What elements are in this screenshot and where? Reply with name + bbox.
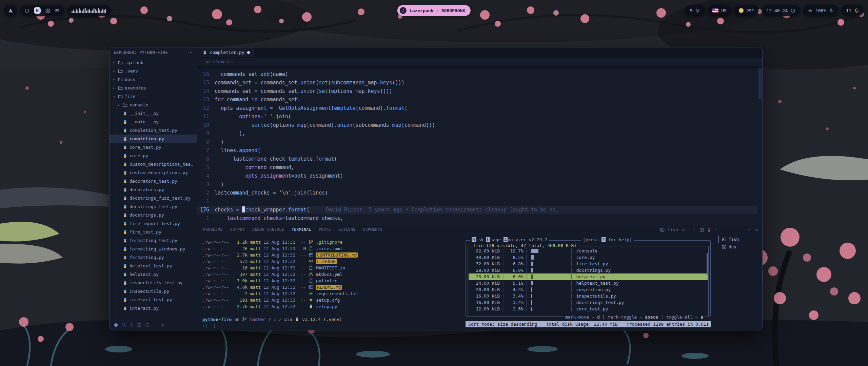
tree-item-fire_test.py[interactable]: fire_test.py: [110, 228, 197, 236]
tree-item-helptext.py[interactable]: helptext.py: [110, 270, 197, 279]
notifications-widget[interactable]: 11: [842, 5, 864, 16]
dua-row-docstrings.py[interactable]: 28.00 KiB│6.0%││docstrings.py: [469, 267, 708, 273]
tree-item-decorators.py[interactable]: decorators.py: [110, 185, 197, 194]
code-line-17[interactable]: 17 """: [197, 66, 757, 70]
media-widget[interactable]: ♪ Lazerpunk - ROBOPHONK: [397, 5, 471, 16]
tab-completion-py[interactable]: completion.py: [197, 47, 256, 57]
dua-row-helptext_test.py[interactable]: 24.00 KiB│5.1%││helptext_test.py: [469, 280, 708, 286]
tree-item-custom_descriptions_test.py[interactable]: custom_descriptions_test.py: [110, 160, 197, 168]
code-line-12[interactable]: 12 opts_assignment = _GetOptsAssignmentT…: [197, 104, 757, 113]
editor-scrollbar[interactable]: [758, 67, 762, 99]
code-line-1[interactable]: 1 lastcommand_checks=lastcommand_checks,: [197, 214, 757, 223]
maximize-panel-button[interactable]: [747, 228, 751, 232]
dua-row-/console[interactable]: 92.00 KiB│19.7%││/console: [469, 248, 708, 254]
close-panel-button[interactable]: [754, 228, 759, 232]
tree-item-.github[interactable]: ▸.github: [110, 58, 197, 67]
terminal-list-item-fish[interactable]: fish: [718, 236, 760, 243]
tree-item-custom_descriptions.py[interactable]: custom_descriptions.py: [110, 168, 197, 177]
code-line-10[interactable]: 10 sorted(options_map[command].union(sub…: [197, 121, 757, 129]
dua-pane[interactable]: Disk Usage Analyzer v2.29.2 (press ? for…: [466, 234, 713, 330]
dua-row-completion.py[interactable]: 20.00 KiB│4.3%││completion.py: [469, 286, 708, 293]
tree-item-formatting_test.py[interactable]: formatting_test.py: [110, 236, 197, 245]
tree-item-core_test.py[interactable]: core_test.py: [110, 143, 197, 151]
audio-widget[interactable]: 100%: [803, 5, 838, 16]
dua-row-helptext.py[interactable]: 28.00 KiB│6.0%││helptext.py: [469, 273, 708, 280]
panel-tab-problems[interactable]: PROBLEMS: [203, 225, 223, 234]
tree-item-fire[interactable]: ▾fire: [110, 92, 197, 101]
tree-item-docstrings_test.py[interactable]: docstrings_test.py: [110, 202, 197, 211]
tree-item-interact_test.py[interactable]: interact_test.py: [110, 296, 197, 304]
tree-item-completion.py[interactable]: completion.py: [110, 135, 197, 143]
kill-terminal-button[interactable]: [707, 228, 711, 232]
dua-row-fire_test.py[interactable]: 32.00 KiB│6.8%││fire_test.py: [469, 261, 708, 267]
code-line-13[interactable]: 13for command in commands_set:: [197, 96, 757, 104]
workspace-apps-icon[interactable]: [45, 8, 50, 13]
system-graph-widget[interactable]: [67, 5, 111, 16]
tree-item-console[interactable]: ▸console: [110, 101, 197, 109]
tree-item-completion_test.py[interactable]: completion_test.py: [110, 126, 197, 135]
gear-icon[interactable]: [160, 323, 165, 327]
sync-icon[interactable]: [145, 323, 150, 327]
chevron-down-icon[interactable]: [681, 228, 686, 232]
launcher-button[interactable]: [4, 5, 17, 16]
workspace-switcher[interactable]: N: [20, 5, 64, 16]
code-line-176[interactable]: 176checks = check_wrapper.format(David B…: [197, 206, 757, 214]
tree-item-formatting.py[interactable]: formatting.py: [110, 253, 197, 262]
workspace-active[interactable]: N: [34, 7, 41, 14]
code-line-9[interactable]: 9 ),: [197, 129, 757, 138]
code-line-8[interactable]: 8 ): [197, 138, 757, 146]
code-line-6[interactable]: 6 lastcommand_check_template.format(: [197, 155, 757, 163]
more-actions-icon[interactable]: [188, 50, 193, 55]
book-icon[interactable]: [137, 323, 142, 327]
breadcrumb[interactable]: no elements: [197, 58, 762, 66]
weather-widget[interactable]: 29°: [734, 5, 758, 16]
code-line-7[interactable]: 7 lines.append(: [197, 146, 757, 155]
tree-item-decorators_test.py[interactable]: decorators_test.py: [110, 177, 197, 185]
tree-item-interact.py[interactable]: interact.py: [110, 304, 197, 312]
terminal-list-item-dua[interactable]: dua: [718, 243, 760, 250]
dua-row-docstrings_test.py[interactable]: 16.00 KiB│3.4%││docstrings_test.py: [469, 299, 708, 306]
beaker-icon[interactable]: [129, 323, 134, 327]
search-icon[interactable]: [121, 323, 126, 327]
workspace-browser-icon[interactable]: [24, 8, 29, 13]
tree-item-__main__.py[interactable]: __main__.py: [110, 118, 197, 126]
more-actions-button[interactable]: [714, 228, 719, 232]
panel-tab-ports[interactable]: PORTS: [319, 225, 331, 234]
tree-item-helptext_test.py[interactable]: helptext_test.py: [110, 262, 197, 270]
ellipsis-icon[interactable]: [153, 323, 157, 327]
panel-tab-terminal[interactable]: TERMINAL: [292, 225, 311, 234]
tree-item-docstrings.py[interactable]: docstrings.py: [110, 211, 197, 219]
dua-row-inspectutils.py[interactable]: 16.00 KiB│3.4%││inspectutils.py: [469, 293, 708, 299]
tree-item-formatting_windows.py[interactable]: formatting_windows.py: [110, 245, 197, 253]
tree-item-fire_import_test.py[interactable]: fire_import_test.py: [110, 219, 197, 228]
code-line-5[interactable]: 5 command=command,: [197, 163, 757, 172]
panel-tab-comments[interactable]: COMMENTS: [363, 225, 383, 234]
panel-tab-gitlens[interactable]: GITLENS: [338, 225, 356, 234]
remote-icon[interactable]: [114, 323, 118, 327]
split-terminal-button[interactable]: [699, 228, 704, 232]
code-line-11[interactable]: 11 options=' '.join(: [197, 113, 757, 121]
tree-item-examples[interactable]: ▸examples: [110, 84, 197, 92]
modified-dot-icon[interactable]: [247, 51, 250, 54]
clock-widget[interactable]: 12:40:24: [762, 5, 800, 16]
tree-item-.venv[interactable]: ▸.venv: [110, 67, 197, 75]
tree-item-inspectutils_test.py[interactable]: inspectutils_test.py: [110, 279, 197, 287]
code-line-4[interactable]: 4 opts_assignment=opts_assignment): [197, 172, 757, 180]
dua-row-core.py[interactable]: 40.00 KiB│8.5%││core.py: [469, 254, 708, 261]
tree-item-docstrings_fuzz_test.py[interactable]: docstrings_fuzz_test.py: [110, 194, 197, 202]
code-line-15[interactable]: 15commands_set = commands_set.union(set(…: [197, 79, 757, 87]
code-line-14[interactable]: 14commands_set = commands_set.union(set(…: [197, 87, 757, 96]
code-line-16[interactable]: 16 commands_set.add(name): [197, 70, 757, 79]
terminal-output[interactable]: .rw-r--r-- 1.2k matt 12 Aug 12:32 -- .gi…: [202, 234, 460, 330]
code-line-2[interactable]: 2lastcommand_checks = '\n'.join(lines): [197, 189, 757, 197]
dua-scrollbar[interactable]: [707, 253, 708, 275]
tree-item-docs[interactable]: ▸docs: [110, 75, 197, 84]
new-terminal-button[interactable]: [692, 228, 696, 232]
tree-item-__init__.py[interactable]: __init__.py: [110, 109, 197, 118]
code-editor[interactable]: 17 """16 commands_set.add(name)15command…: [197, 66, 762, 225]
tree-item-core.py[interactable]: core.py: [110, 151, 197, 160]
code-line-3[interactable]: 3 ): [197, 180, 757, 189]
workspace-list-icon[interactable]: [55, 8, 60, 13]
dua-row-core_test.py[interactable]: 12.00 KiB│2.6%││core_test.py: [469, 306, 708, 312]
tree-item-inspectutils.py[interactable]: inspectutils.py: [110, 287, 197, 296]
